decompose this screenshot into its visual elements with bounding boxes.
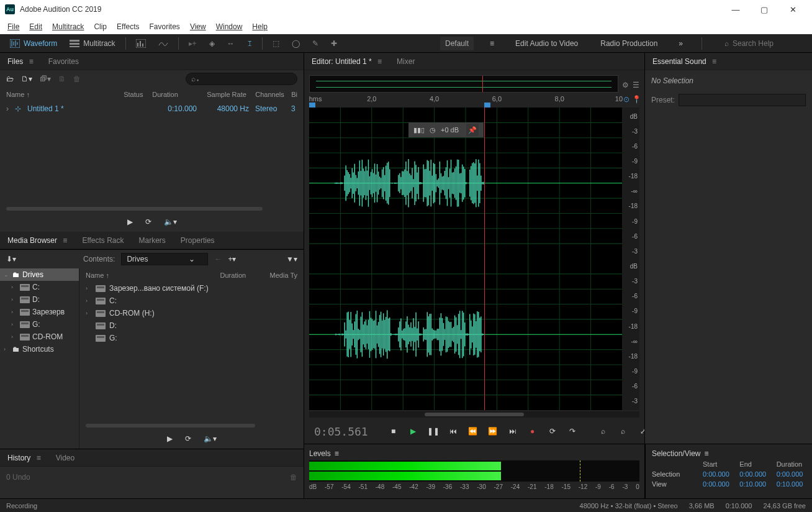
col-status[interactable]: Status — [124, 91, 152, 98]
col-duration[interactable]: Duration — [152, 91, 207, 98]
channels-icon[interactable]: ⊙ — [623, 95, 629, 107]
timeline[interactable]: hms 2,0 4,0 6,0 8,0 10 — [309, 95, 622, 107]
view-end[interactable]: 0:10.000 — [739, 480, 769, 488]
panel-menu-icon[interactable]: ≡ — [376, 57, 382, 66]
list-item[interactable]: ›CD-ROM (H:) — [79, 307, 304, 319]
maximize-button[interactable]: ▢ — [750, 0, 778, 19]
go-to-end-button[interactable]: ⏭ — [507, 426, 518, 437]
panel-menu-icon[interactable]: ≡ — [705, 449, 709, 458]
search-input[interactable] — [733, 39, 807, 48]
editor-tab[interactable]: Editor: Untitled 1 * ≡ — [310, 55, 383, 68]
menu-edit[interactable]: Edit — [24, 20, 47, 34]
list-item[interactable]: ›Зарезер...вано системой (F:) — [79, 282, 304, 295]
panel-menu-icon[interactable]: ≡ — [61, 236, 67, 245]
tree-item[interactable]: ⌄🖿 Drives — [0, 268, 79, 281]
expand-icon[interactable]: › — [6, 104, 15, 113]
history-tab[interactable]: History ≡ — [6, 451, 42, 465]
open-file-icon[interactable]: 🗁 — [6, 75, 14, 83]
playhead[interactable] — [484, 107, 485, 410]
loop-preview-button[interactable]: ⟳ — [185, 434, 191, 443]
insert-icon[interactable]: 🗊▾ — [40, 75, 51, 83]
play-preview-button[interactable]: ▶ — [167, 434, 173, 443]
zoom-out-button[interactable]: ⌕ — [618, 426, 629, 437]
hud-pin-button[interactable]: 📌 — [466, 124, 479, 136]
expand-icon[interactable]: › — [11, 334, 17, 340]
panel-menu-icon[interactable]: ≡ — [335, 449, 339, 458]
level-meter[interactable] — [309, 460, 639, 482]
properties-tab[interactable]: Properties — [179, 234, 216, 247]
scrollbar-thumb[interactable] — [425, 413, 524, 416]
delete-icon[interactable]: 🗑 — [73, 75, 81, 83]
list-item[interactable]: D: — [79, 319, 304, 332]
tree-item[interactable]: › CD-ROM — [0, 331, 79, 343]
panel-menu-icon[interactable]: ≡ — [27, 57, 33, 66]
autoplay-button[interactable]: 🔈▾ — [164, 217, 177, 226]
filter-button[interactable]: ▼▾ — [286, 255, 297, 263]
menu-help[interactable]: Help — [247, 20, 273, 34]
col-media-type[interactable]: Media Ty — [270, 272, 297, 279]
scrollbar-thumb[interactable] — [86, 424, 255, 427]
waveform-view-button[interactable]: Waveform — [5, 37, 62, 50]
scrollbar-thumb[interactable] — [6, 207, 263, 211]
favorites-tab[interactable]: Favorites — [47, 55, 80, 68]
col-sample-rate[interactable]: Sample Rate — [207, 91, 255, 98]
col-bit[interactable]: Bi — [291, 91, 297, 98]
view-options-icon[interactable]: ☰ — [633, 81, 639, 89]
essential-sound-tab[interactable]: Essential Sound ≡ — [651, 55, 718, 68]
spectral-pitch-button[interactable] — [153, 37, 173, 50]
list-item[interactable]: ›C: — [79, 295, 304, 307]
media-scrollbar[interactable] — [86, 424, 297, 429]
close-file-icon[interactable]: 🗎 — [58, 75, 66, 83]
multitrack-view-button[interactable]: Multitrack — [65, 37, 120, 50]
menu-multitrack[interactable]: Multitrack — [47, 20, 89, 34]
expand-icon[interactable]: › — [11, 296, 17, 303]
files-search[interactable]: ⌕▾ — [186, 73, 297, 85]
tree-item[interactable]: › C: — [0, 281, 79, 293]
zoom-in-button[interactable]: ⌕ — [598, 426, 609, 437]
record-button[interactable]: ● — [527, 426, 538, 437]
video-tab[interactable]: Video — [55, 451, 76, 465]
media-browser-tab[interactable]: Media Browser ≡ — [6, 234, 68, 247]
rewind-button[interactable]: ⏪ — [467, 426, 479, 437]
selection-duration[interactable]: 0:00.000 — [777, 470, 806, 478]
selection-start[interactable]: 0:00.000 — [703, 470, 732, 478]
waveform-canvas[interactable]: ▮▮▯ ◷ +0 dB 📌 L R — [309, 107, 622, 410]
menu-file[interactable]: File — [2, 20, 24, 34]
brush-tool[interactable]: ✎ — [307, 37, 323, 50]
expand-icon[interactable]: › — [11, 284, 17, 290]
forward-button[interactable]: ⏩ — [487, 426, 498, 437]
files-tab[interactable]: Files ≡ — [6, 55, 35, 68]
tree-item[interactable]: ›🖿 Shortcuts — [0, 343, 79, 355]
delete-history-icon[interactable]: 🗑 — [290, 473, 297, 482]
menu-effects[interactable]: Effects — [112, 20, 144, 34]
heal-tool[interactable]: ✚ — [326, 37, 342, 50]
files-scrollbar[interactable] — [6, 207, 297, 212]
workspace-edit-audio[interactable]: Edit Audio to Video — [510, 37, 583, 50]
col-duration[interactable]: Duration — [220, 272, 270, 279]
contents-dropdown[interactable]: Drives⌄ — [121, 253, 208, 265]
file-row[interactable]: › ⊹ Untitled 1 * 0:10.000 48000 Hz Stere… — [0, 101, 304, 116]
play-button[interactable]: ▶ — [408, 426, 419, 437]
menu-view[interactable]: View — [185, 20, 211, 34]
pause-button[interactable]: ❚❚ — [428, 426, 439, 437]
selection-end[interactable]: 0:00.000 — [739, 470, 769, 478]
workspace-radio[interactable]: Radio Production — [595, 37, 662, 50]
expand-icon[interactable]: › — [86, 285, 92, 291]
workspace-default[interactable]: Default — [440, 37, 474, 50]
skip-selection-button[interactable]: ↷ — [567, 426, 578, 437]
menu-clip[interactable]: Clip — [89, 20, 112, 34]
preset-dropdown[interactable] — [679, 94, 806, 106]
effects-rack-tab[interactable]: Effects Rack — [81, 234, 125, 247]
overview-playhead[interactable] — [482, 76, 483, 92]
stop-button[interactable]: ■ — [388, 426, 399, 437]
loop-button[interactable]: ⟳ — [547, 426, 558, 437]
expand-icon[interactable]: › — [11, 321, 17, 327]
new-file-icon[interactable]: 🗋▾ — [21, 75, 32, 83]
marquee-tool[interactable]: ⬚ — [268, 37, 284, 50]
markers-tab[interactable]: Markers — [138, 234, 167, 247]
menu-favorites[interactable]: Favorites — [145, 20, 185, 34]
horizontal-scrollbar[interactable] — [309, 411, 639, 418]
download-icon[interactable]: ⬇▾ — [6, 255, 16, 263]
menu-window[interactable]: Window — [211, 20, 248, 34]
expand-icon[interactable]: › — [11, 309, 17, 315]
